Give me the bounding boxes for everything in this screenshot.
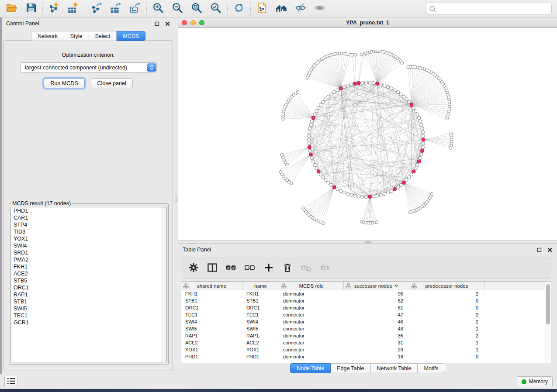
control-panel-float-button[interactable]: [154, 21, 160, 27]
mcds-result-item[interactable]: SWI5: [11, 305, 166, 312]
task-history-button[interactable]: [4, 376, 18, 387]
settings-button[interactable]: [187, 261, 200, 275]
tab-mcds[interactable]: MCDS: [117, 31, 145, 41]
table-row[interactable]: ORC1ORC1dominator610: [181, 304, 545, 311]
toolbar-group: [5, 2, 38, 15]
table-panel-float-button[interactable]: [536, 247, 542, 253]
import-network-button[interactable]: [48, 2, 61, 15]
window-close-button[interactable]: [182, 20, 187, 25]
tab-node-table[interactable]: Node Table: [290, 363, 331, 373]
zoom-in-button[interactable]: [152, 2, 165, 15]
table-row[interactable]: TEC1TEC1connector472: [181, 311, 545, 318]
tab-style[interactable]: Style: [64, 31, 89, 41]
zoom-out-icon: [172, 2, 183, 15]
add-column-button[interactable]: [263, 261, 275, 275]
column-header-shared-name[interactable]: shared name: [181, 282, 242, 290]
tab-network-table[interactable]: Network Table: [371, 363, 418, 373]
mcds-result-item[interactable]: STB5: [11, 277, 166, 284]
toolbar-group: [256, 2, 326, 15]
network-document-button[interactable]: [256, 2, 269, 15]
mcds-result-item[interactable]: PHD1: [11, 207, 166, 214]
mcds-result-item[interactable]: YOX1: [11, 235, 166, 242]
table-cell: dominator: [279, 290, 344, 297]
tab-edge-table[interactable]: Edge Table: [331, 363, 370, 373]
memory-button[interactable]: Memory: [517, 376, 553, 387]
zoom-selected-button[interactable]: [209, 2, 222, 15]
mcds-result-item[interactable]: SRD1: [11, 249, 166, 256]
table-row[interactable]: RAP1RAP1dominator352: [181, 332, 545, 339]
close-panel-button[interactable]: Close panel: [91, 78, 133, 88]
table-cell: ACE2: [242, 339, 279, 346]
table-cell: 1: [409, 346, 484, 353]
memory-status-icon: [522, 379, 526, 384]
save-session-button[interactable]: [24, 2, 38, 15]
unselect-all-button[interactable]: [244, 261, 256, 275]
mcds-result-item[interactable]: GCR1: [11, 319, 166, 326]
table-cell: RAP1: [242, 332, 279, 339]
mcds-list-scrollbar[interactable]: [161, 207, 166, 362]
network-canvas[interactable]: [178, 28, 557, 240]
export-table-button[interactable]: [109, 2, 122, 15]
criterion-dropdown[interactable]: largest connected component (undirected): [21, 62, 157, 72]
mcds-result-item[interactable]: FKH1: [11, 263, 166, 270]
control-panel-close-button[interactable]: [164, 21, 170, 27]
search-input[interactable]: [426, 3, 552, 14]
houses-button[interactable]: [275, 2, 288, 15]
mcds-result-list[interactable]: PHD1CAR1STP4TID3YOX1SWI4SRD1PMA2FKH1ACE2…: [10, 207, 167, 362]
mcds-result-item[interactable]: ORC1: [11, 284, 166, 291]
network-window-titlebar[interactable]: YPA_prune.txt_1: [178, 17, 557, 28]
import-table-button[interactable]: [67, 2, 80, 15]
table-row[interactable]: STB1STB1dominator620: [181, 297, 545, 304]
select-all-button[interactable]: [225, 261, 237, 275]
export-image-button[interactable]: [128, 2, 142, 15]
window-minimize-button[interactable]: [190, 20, 196, 25]
show-hidden-button[interactable]: [313, 2, 326, 15]
mcds-result-item[interactable]: RAP1: [11, 291, 166, 298]
column-header-successor-nodes[interactable]: successor nodes: [344, 282, 409, 290]
mcds-result-item[interactable]: TEC1: [11, 312, 166, 319]
node-table: shared namenameMCDS rolesuccessor nodesp…: [181, 281, 551, 363]
mcds-result-item[interactable]: ACE2: [11, 270, 166, 277]
table-row[interactable]: SWI4SWI4dominator462: [181, 318, 545, 325]
table-panel-close-button[interactable]: [547, 247, 553, 253]
open-session-button[interactable]: [5, 2, 18, 15]
mcds-result-item[interactable]: STP4: [11, 221, 166, 228]
column-type-icon: [183, 283, 189, 289]
table-cell: connector: [279, 325, 344, 332]
tab-network[interactable]: Network: [31, 31, 64, 41]
table-row[interactable]: PHD1PHD1dominator180: [181, 353, 545, 360]
table-row[interactable]: ACE2ACE2connector311: [181, 339, 545, 346]
tab-select[interactable]: Select: [89, 31, 117, 41]
delete-column-button[interactable]: [281, 261, 294, 275]
column-header-name[interactable]: name: [242, 282, 279, 290]
table-cell: 35: [344, 332, 409, 339]
scrollbar-thumb[interactable]: [546, 284, 550, 324]
table-row[interactable]: YOX1YOX1connector291: [181, 346, 545, 353]
table-row[interactable]: FKH1FKH1dominator962: [181, 290, 545, 297]
window-zoom-button[interactable]: [199, 20, 204, 25]
network-graph[interactable]: [178, 28, 557, 240]
vertical-splitter[interactable]: [175, 17, 178, 374]
split-columns-button[interactable]: [206, 261, 218, 275]
run-mcds-button[interactable]: Run MCDS: [44, 78, 84, 88]
column-header-predecessor-nodes[interactable]: predecessor nodes: [409, 282, 484, 290]
hide-selected-button[interactable]: [294, 2, 307, 15]
mcds-result-item[interactable]: SWI4: [11, 242, 166, 249]
tab-motifs[interactable]: Motifs: [418, 363, 445, 373]
mcds-result-item[interactable]: CAR1: [11, 214, 166, 221]
apply-layout-button[interactable]: [232, 2, 246, 15]
mcds-result-item[interactable]: PMA2: [11, 256, 166, 263]
table-scrollbar[interactable]: [545, 282, 551, 363]
table-cell: 43: [344, 325, 409, 332]
status-bar: Memory: [0, 374, 557, 389]
zoom-fit-button[interactable]: [190, 2, 203, 15]
horizontal-splitter[interactable]: [178, 240, 557, 244]
column-header-MCDS-role[interactable]: MCDS role: [279, 282, 344, 290]
table-cell: ORC1: [181, 304, 242, 311]
zoom-out-button[interactable]: [171, 2, 184, 15]
mcds-result-item[interactable]: TID3: [11, 228, 166, 235]
export-network-button[interactable]: [90, 2, 103, 15]
mcds-result-item[interactable]: STB1: [11, 298, 166, 305]
table-cell: dominator: [279, 297, 344, 304]
table-row[interactable]: SWI5SWI5connector431: [181, 325, 545, 332]
